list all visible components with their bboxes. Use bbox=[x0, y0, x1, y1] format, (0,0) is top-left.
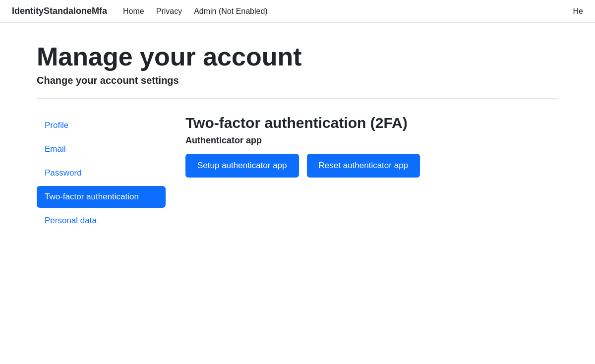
sidebar-item-password[interactable]: Password bbox=[37, 162, 166, 184]
section-title: Two-factor authentication (2FA) bbox=[185, 115, 558, 131]
main-content: Two-factor authentication (2FA) Authenti… bbox=[166, 115, 558, 178]
navbar-links: Home Privacy Admin (Not Enabled) bbox=[123, 7, 573, 16]
content-layout: Profile Email Password Two-factor authen… bbox=[37, 115, 558, 234]
navbar: IdentityStandaloneMfa Home Privacy Admin… bbox=[0, 0, 595, 23]
sidebar-item-email[interactable]: Email bbox=[37, 138, 166, 160]
nav-link-home[interactable]: Home bbox=[123, 7, 144, 15]
sidebar-item-two-factor[interactable]: Two-factor authentication bbox=[37, 186, 166, 208]
nav-link-privacy[interactable]: Privacy bbox=[156, 7, 182, 15]
nav-item-home: Home bbox=[123, 7, 144, 16]
sidebar-item-personal-data[interactable]: Personal data bbox=[37, 210, 166, 232]
divider bbox=[37, 98, 558, 99]
setup-authenticator-button[interactable]: Setup authenticator app bbox=[185, 154, 299, 178]
section-subtitle: Authenticator app bbox=[185, 135, 558, 146]
sidebar: Profile Email Password Two-factor authen… bbox=[37, 115, 166, 234]
page-subtitle: Change your account settings bbox=[37, 75, 558, 86]
buttons-row: Setup authenticator app Reset authentica… bbox=[185, 154, 558, 178]
sidebar-item-profile[interactable]: Profile bbox=[37, 115, 166, 136]
main-container: Manage your account Change your account … bbox=[25, 23, 570, 234]
reset-authenticator-button[interactable]: Reset authenticator app bbox=[307, 154, 420, 178]
nav-item-admin: Admin (Not Enabled) bbox=[194, 7, 268, 16]
nav-link-admin[interactable]: Admin (Not Enabled) bbox=[194, 7, 268, 15]
page-title: Manage your account bbox=[37, 43, 558, 71]
navbar-right-text: He bbox=[573, 7, 583, 16]
navbar-brand[interactable]: IdentityStandaloneMfa bbox=[12, 6, 107, 16]
nav-item-privacy: Privacy bbox=[156, 7, 182, 16]
